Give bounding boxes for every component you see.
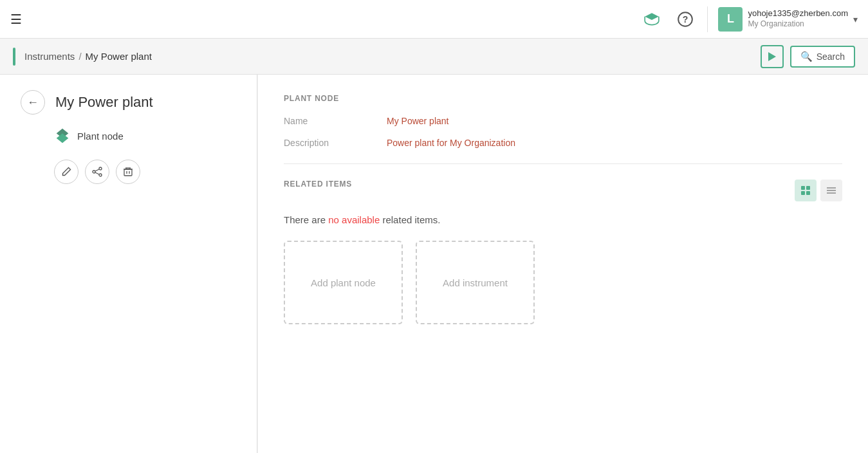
search-button[interactable]: 🔍 Search <box>790 46 855 68</box>
user-info: yohoje1335@zherben.com My Organization <box>748 8 848 29</box>
plant-node-icon <box>54 127 71 144</box>
section-divider <box>284 163 842 164</box>
breadcrumb-current: My Power plant <box>86 51 152 62</box>
no-items-message: There are no available related items. <box>284 214 842 225</box>
share-button[interactable] <box>85 160 109 184</box>
play-button[interactable] <box>761 45 784 68</box>
main-content: ← My Power plant Plant node <box>0 75 868 453</box>
hamburger-menu[interactable]: ☰ <box>10 12 22 27</box>
breadcrumb-accent <box>13 48 15 66</box>
plant-node-label: Plant node <box>77 131 124 142</box>
navbar-left: ☰ <box>10 12 22 27</box>
svg-marker-4 <box>57 133 69 143</box>
grid-view-button[interactable] <box>795 180 817 201</box>
navbar-right: ? L yohoje1335@zherben.com My Organizati… <box>640 6 858 32</box>
svg-rect-18 <box>806 186 810 190</box>
description-key: Description <box>284 138 387 148</box>
svg-text:?: ? <box>683 14 688 24</box>
breadcrumb-instruments[interactable]: Instruments <box>24 51 75 62</box>
svg-rect-10 <box>124 169 132 176</box>
panel-header: ← My Power plant <box>21 90 236 115</box>
breadcrumb-actions: 🔍 Search <box>761 45 855 68</box>
breadcrumb-separator: / <box>78 51 81 62</box>
related-header: RELATED ITEMS <box>284 180 842 201</box>
description-row: Description Power plant for My Organizat… <box>284 138 842 148</box>
delete-button[interactable] <box>116 160 140 184</box>
right-panel: PLANT NODE Name My Power plant Descripti… <box>258 75 868 453</box>
back-button[interactable]: ← <box>21 90 45 115</box>
no-items-text-after: related items. <box>382 214 440 225</box>
nav-separator <box>707 6 708 32</box>
user-org: My Organization <box>748 19 848 30</box>
svg-point-6 <box>93 171 95 173</box>
add-instrument-label: Add instrument <box>443 277 508 288</box>
svg-point-7 <box>99 174 102 176</box>
search-icon: 🔍 <box>800 51 813 62</box>
list-view-button[interactable] <box>820 180 842 201</box>
related-section-label: RELATED ITEMS <box>284 180 352 189</box>
add-plant-node-card[interactable]: Add plant node <box>284 241 403 324</box>
svg-line-9 <box>95 172 99 174</box>
action-buttons <box>54 160 236 184</box>
search-label: Search <box>817 51 845 62</box>
avatar: L <box>718 7 743 32</box>
view-toggle <box>795 180 842 201</box>
help-icon[interactable]: ? <box>674 8 697 31</box>
edit-button[interactable] <box>54 160 78 184</box>
learn-icon[interactable] <box>640 8 663 31</box>
name-key: Name <box>284 116 387 126</box>
plant-node-section-label: PLANT NODE <box>284 94 842 103</box>
add-cards: Add plant node Add instrument <box>284 241 842 324</box>
left-panel: ← My Power plant Plant node <box>0 75 257 453</box>
add-instrument-card[interactable]: Add instrument <box>416 241 535 324</box>
chevron-down-icon: ▾ <box>853 14 858 24</box>
navbar: ☰ ? L yohoje1335@zherben.com My Organiza… <box>0 0 868 39</box>
svg-marker-2 <box>768 52 776 61</box>
no-items-highlight: no available <box>328 214 382 225</box>
name-value: My Power plant <box>387 116 448 126</box>
breadcrumb: Instruments / My Power plant <box>13 48 152 66</box>
svg-line-8 <box>95 169 99 171</box>
svg-rect-17 <box>801 186 805 190</box>
add-plant-node-label: Add plant node <box>311 277 376 288</box>
description-value: Power plant for My Organization <box>387 138 515 148</box>
svg-rect-20 <box>806 191 810 195</box>
user-email: yohoje1335@zherben.com <box>748 8 848 19</box>
user-dropdown[interactable]: L yohoje1335@zherben.com My Organization… <box>718 7 858 32</box>
name-row: Name My Power plant <box>284 116 842 126</box>
svg-rect-19 <box>801 191 805 195</box>
svg-point-5 <box>99 167 102 170</box>
no-items-text-before: There are <box>284 214 326 225</box>
breadcrumb-bar: Instruments / My Power plant 🔍 Search <box>0 39 868 75</box>
plant-node-row: Plant node <box>54 127 236 144</box>
panel-title: My Power plant <box>55 94 153 111</box>
